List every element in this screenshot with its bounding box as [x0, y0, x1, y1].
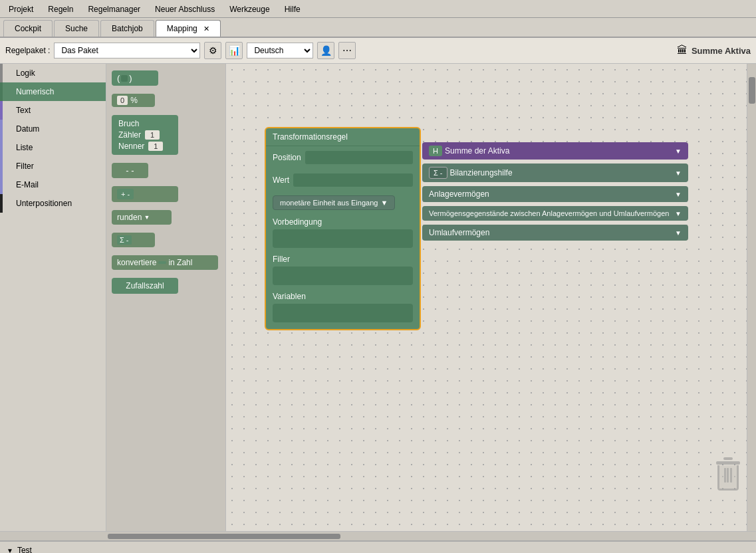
sidebar-item-liste[interactable]: Liste	[0, 138, 106, 157]
variablen-section: Variablen	[266, 288, 420, 329]
trash-body	[717, 465, 739, 491]
menu-regeln[interactable]: Regeln	[41, 1, 80, 17]
user-icon-btn[interactable]: 👤	[317, 42, 334, 59]
sidebar-item-logik[interactable]: Logik	[0, 64, 106, 82]
main-area: Logik Numerisch Text Datum Liste Filter …	[0, 64, 756, 531]
block-minus[interactable]: - -	[112, 163, 148, 178]
block-runden[interactable]: runden ▼	[112, 210, 172, 225]
regelpaket-select[interactable]: Das Paket	[54, 43, 200, 58]
menu-neuer-abschluss[interactable]: Neuer Abschluss	[148, 1, 222, 17]
horizontal-scrollbar[interactable]	[0, 531, 756, 540]
sidebar-item-email[interactable]: E-Mail	[0, 175, 106, 194]
wert-connector	[293, 173, 413, 187]
menu-bar: Projekt Regeln Regelmanager Neuer Abschl…	[0, 0, 756, 18]
dropdown2-arrow: ▼	[675, 169, 682, 177]
variablen-input[interactable]	[273, 304, 413, 322]
konvertiere-label: konvertiere	[117, 258, 156, 267]
dropdown-h-label: H	[429, 146, 442, 156]
filler-input[interactable]	[273, 267, 413, 285]
eingang-dropdown[interactable]: monetäre Einheit aus Eingang ▼	[273, 195, 395, 210]
sidebar-item-unterpositionen[interactable]: Unterpositionen	[0, 194, 106, 213]
zaehler-val: 1	[145, 130, 160, 140]
menu-regelmanager[interactable]: Regelmanager	[80, 1, 148, 17]
tab-cockpit[interactable]: Cockpit	[3, 20, 53, 37]
position-row: Position	[266, 146, 420, 169]
eingang-row: monetäre Einheit aus Eingang ▼	[266, 191, 420, 214]
block-bruch[interactable]: Bruch Zähler 1 Nenner 1	[112, 115, 178, 155]
eingang-label: monetäre Einheit aus Eingang	[280, 199, 378, 207]
zaehler-label: Zähler	[118, 130, 141, 140]
bruch-label: Bruch	[118, 119, 172, 128]
toolbar: Regelpaket : Das Paket ⚙ 📊 Deutsch 👤 ⋯ 🏛…	[0, 38, 756, 64]
vermogen-label: Vermögensgegenstände zwischen Anlageverm…	[429, 209, 669, 217]
sidebar-item-datum[interactable]: Datum	[0, 120, 106, 138]
trash-icon[interactable]	[713, 457, 743, 491]
paren-open: (	[117, 73, 120, 83]
tab-mapping[interactable]: Mapping ✕	[156, 20, 221, 37]
eingang-arrow: ▼	[380, 199, 388, 207]
test-bar[interactable]: ▼ Test	[0, 540, 756, 553]
menu-projekt[interactable]: Projekt	[1, 1, 41, 17]
block-sigma[interactable]: Σ -	[112, 233, 155, 247]
dropdown-sigma-label: Σ -	[429, 167, 447, 179]
canvas-area[interactable]: Transformationsregel Position Wert monet…	[226, 64, 756, 531]
umlauf-label: Umlaufvermögen	[429, 228, 489, 237]
bilanzierungshilfe-label: Bilanzierungshilfe	[450, 168, 513, 177]
dropdown-umlauf[interactable]: Umlaufvermögen ▼	[422, 225, 688, 241]
block-percent[interactable]: 0 %	[112, 94, 155, 107]
dropdown3-arrow: ▼	[675, 191, 682, 198]
dropdown-summe-aktiva[interactable]: H Summe der Aktiva ▼	[422, 142, 688, 160]
block-plus-minus[interactable]: + -	[112, 186, 178, 202]
trash-handle	[723, 457, 733, 460]
dropdown5-arrow: ▼	[675, 229, 682, 237]
dropdown-vermogen[interactable]: Vermögensgegenstände zwischen Anlageverm…	[422, 206, 688, 221]
position-connector	[305, 151, 413, 164]
dropdown1-arrow: ▼	[675, 148, 682, 155]
vorbedingung-input[interactable]	[273, 229, 413, 248]
vorbedingung-section: Vorbedingung	[266, 214, 420, 251]
menu-werkzeuge[interactable]: Werkzeuge	[222, 1, 277, 17]
paren-close: )	[129, 73, 132, 83]
block-zufall[interactable]: Zufallszahl	[112, 278, 178, 294]
dropdown-anlage[interactable]: Anlagevermögen ▼	[422, 186, 688, 202]
plus-minus-label: + -	[117, 189, 134, 199]
test-bar-label: Test	[17, 546, 32, 553]
menu-hilfe[interactable]: Hilfe	[277, 1, 308, 17]
wert-label: Wert	[273, 175, 289, 185]
dropdown-bilanzierungshilfe[interactable]: Σ - Bilanzierungshilfe ▼	[422, 164, 688, 182]
percent-label: %	[130, 96, 138, 105]
minus-label: - -	[126, 166, 134, 175]
filler-section: Filler	[266, 251, 420, 288]
summe-aktiva-dropdown-label: Summe der Aktiva	[445, 146, 509, 156]
konvertiere-in: in Zahl	[168, 258, 192, 267]
sidebar-item-filter[interactable]: Filter	[0, 157, 106, 175]
export-icon-btn[interactable]: 📊	[225, 42, 243, 59]
variablen-label: Variablen	[273, 292, 413, 301]
wert-row: Wert	[266, 169, 420, 191]
language-select[interactable]: Deutsch	[247, 43, 313, 58]
more-icon-btn[interactable]: ⋯	[338, 42, 356, 59]
block-paren[interactable]: ( )	[112, 70, 158, 86]
transformation-block[interactable]: Transformationsregel Position Wert monet…	[265, 127, 421, 330]
trash-lid	[716, 461, 740, 465]
block-konvertiere[interactable]: konvertiere in Zahl	[112, 255, 218, 270]
summe-aktiva-label: Summe Aktiva	[692, 46, 751, 56]
block-panel: ( ) 0 % Bruch Zähler 1 Nenner 1 - -	[106, 64, 226, 531]
vorbedingung-label: Vorbedingung	[273, 217, 413, 227]
tab-mapping-close[interactable]: ✕	[203, 25, 209, 33]
nenner-val: 1	[148, 142, 163, 151]
zufall-label: Zufallszahl	[126, 281, 164, 290]
filler-label: Filler	[273, 255, 413, 264]
dropdown4-arrow: ▼	[675, 210, 682, 217]
sidebar-item-text[interactable]: Text	[0, 101, 106, 120]
test-arrow-icon: ▼	[7, 547, 13, 554]
settings-icon-btn[interactable]: ⚙	[204, 42, 221, 59]
tab-batchjob[interactable]: Batchjob	[100, 20, 154, 37]
tab-suche[interactable]: Suche	[54, 20, 99, 37]
canvas-scrollbar[interactable]	[747, 64, 756, 531]
sidebar-item-numerisch[interactable]: Numerisch	[0, 82, 106, 101]
konvertiere-inner	[158, 261, 166, 264]
position-label: Position	[273, 153, 301, 162]
regelpaket-label: Regelpaket :	[5, 46, 50, 55]
runden-label: runden	[117, 213, 142, 222]
